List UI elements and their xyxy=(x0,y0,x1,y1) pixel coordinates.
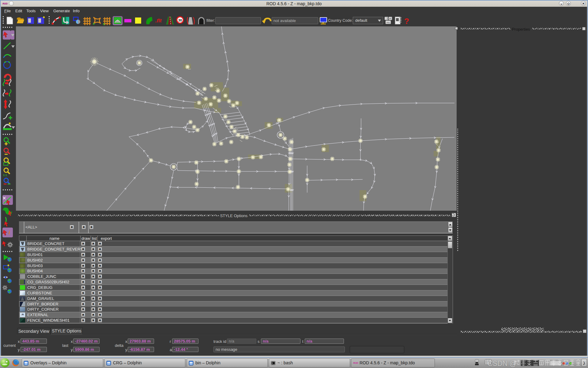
svg-text:alt: alt xyxy=(389,17,391,19)
svg-text:x: x xyxy=(103,22,105,26)
svg-text:*: * xyxy=(9,121,11,128)
svg-text:strg: strg xyxy=(386,21,390,23)
svg-text:.flt: .flt xyxy=(155,18,162,24)
svg-text:1:1: 1:1 xyxy=(3,174,7,177)
svg-text:30: 30 xyxy=(178,18,182,22)
svg-text:*: * xyxy=(43,16,45,21)
svg-text:⇧: ⇧ xyxy=(386,17,388,20)
svg-text:?: ? xyxy=(404,17,409,26)
svg-text:x: x xyxy=(93,22,95,25)
svg-text:i: i xyxy=(9,230,10,235)
